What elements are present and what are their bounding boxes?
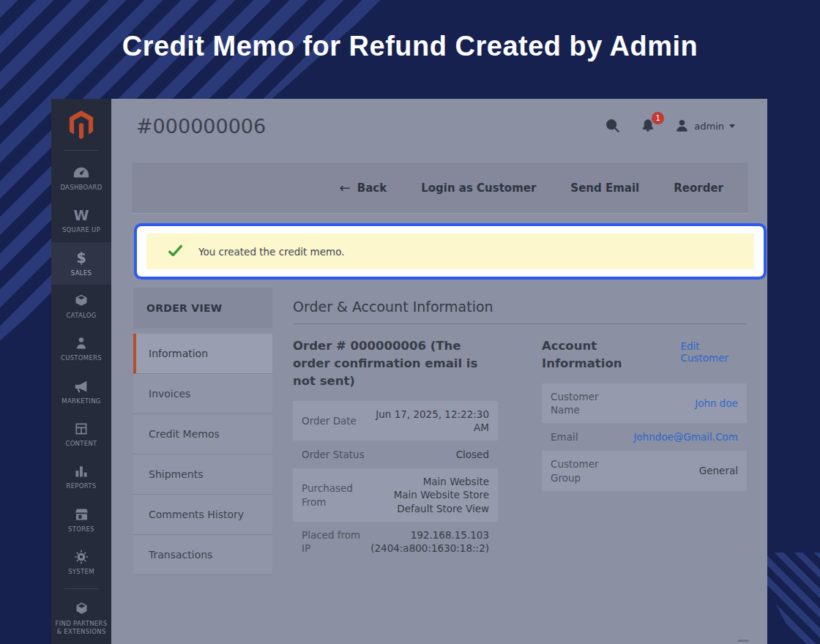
square-up-icon: W (74, 207, 89, 223)
customers-icon (75, 335, 88, 351)
arrow-left-icon: ← (340, 181, 351, 195)
login-as-customer-button[interactable]: Login as Customer (421, 181, 536, 195)
decor-stripes-bottom-right (767, 553, 820, 644)
row-label: Customer Name (551, 390, 616, 416)
marketing-icon (74, 378, 89, 394)
sidebar-item-system[interactable]: SYSTEM (51, 541, 111, 583)
chevron-down-icon (729, 124, 735, 128)
account-information-title: Account Information (542, 337, 673, 372)
sidebar-item-dashboard[interactable]: DASHBOARD (51, 157, 111, 199)
notification-badge: 1 (652, 112, 664, 124)
edit-customer-link[interactable]: Edit Customer (680, 340, 747, 364)
sidebar-item-square-up[interactable]: W SQUARE UP (51, 200, 111, 242)
sidebar-divider (64, 588, 98, 589)
tab-comments-history[interactable]: Comments History (133, 495, 272, 535)
tab-shipments[interactable]: Shipments (133, 454, 272, 495)
sidebar-item-label: MARKETING (61, 397, 100, 405)
row-value: 192.168.15.103 (2404:a800:1630:18::2) (368, 528, 489, 555)
header-actions: 1 admin (605, 118, 735, 134)
order-view-title: ORDER VIEW (133, 288, 272, 329)
table-row: Customer Name John doe (542, 383, 747, 423)
admin-content: #000000006 1 admin (111, 99, 767, 644)
order-view-panel: ORDER VIEW Information Invoices Credit M… (133, 288, 272, 575)
catalog-icon (74, 293, 89, 309)
sidebar-item-label: DASHBOARD (60, 184, 102, 192)
reports-icon (74, 463, 89, 479)
admin-user-name: admin (694, 121, 724, 132)
row-label: Placed from IP (302, 528, 368, 555)
sidebar-item-label: SQUARE UP (62, 226, 100, 234)
row-value: Closed (368, 448, 489, 461)
table-row: Purchased From Main Website Main Website… (293, 468, 498, 522)
sales-icon: $ (76, 250, 86, 266)
stores-icon (74, 506, 89, 523)
table-row: Placed from IP 192.168.15.103 (2404:a800… (293, 522, 498, 561)
user-avatar-icon (675, 119, 689, 133)
search-icon[interactable] (605, 118, 621, 134)
row-value: Jun 17, 2025, 12:22:30 AM (368, 408, 489, 434)
account-information-block: Account Information Edit Customer Custom… (542, 337, 747, 561)
page-background: Credit Memo for Refund Created by Admin … (0, 0, 820, 644)
sidebar-item-label: STORES (68, 525, 94, 533)
table-row: Order Status Closed (293, 441, 498, 468)
row-label: Order Status (302, 448, 368, 461)
row-label: Order Date (302, 414, 368, 427)
sidebar-item-customers[interactable]: CUSTOMERS (51, 328, 111, 370)
table-row: Customer Group General (542, 451, 747, 490)
customer-name-link[interactable]: John doe (616, 397, 738, 410)
order-information-title: Order # 000000006 (The order confirmatio… (293, 337, 498, 390)
send-email-button[interactable]: Send Email (570, 181, 639, 195)
sidebar-item-stores[interactable]: STORES (51, 498, 111, 541)
table-row: Order Date Jun 17, 2025, 12:22:30 AM (293, 401, 498, 441)
sidebar-item-label: CONTENT (65, 440, 97, 448)
dashboard-icon (73, 165, 89, 181)
tab-invoices[interactable]: Invoices (133, 374, 272, 414)
sidebar-item-reports[interactable]: REPORTS (51, 456, 111, 498)
reorder-button[interactable]: Reorder (674, 181, 723, 195)
sidebar-item-label: CATALOG (66, 312, 96, 320)
sidebar: DASHBOARD W SQUARE UP $ SALES CATALOG (51, 99, 111, 644)
row-value: General (616, 464, 738, 477)
section-divider (293, 323, 747, 324)
back-button-label: Back (357, 181, 387, 195)
order-view-tabs: Information Invoices Credit Memos Shipme… (133, 334, 272, 575)
success-message-highlight: You created the credit memo. (134, 223, 767, 280)
sidebar-item-marketing[interactable]: MARKETING (51, 370, 111, 413)
back-button[interactable]: ← Back (340, 181, 387, 195)
magento-logo-icon[interactable] (68, 108, 94, 141)
table-row: Email Johndoe@Gmail.Com (542, 423, 747, 451)
sidebar-item-content[interactable]: CONTENT (51, 413, 111, 455)
success-message: You created the credit memo. (146, 233, 754, 269)
success-check-icon (168, 244, 183, 259)
sidebar-item-label: CUSTOMERS (61, 354, 102, 362)
sidebar-item-find-partners[interactable]: FIND PARTNERS & EXTENSIONS (51, 594, 111, 644)
sidebar-item-catalog[interactable]: CATALOG (51, 285, 111, 327)
account-information-table: Customer Name John doe Email Johndoe@Gma… (542, 383, 747, 491)
tab-information[interactable]: Information (133, 334, 272, 374)
admin-user-menu[interactable]: admin (675, 119, 735, 133)
row-label: Purchased From (302, 482, 368, 508)
sidebar-item-label: FIND PARTNERS & EXTENSIONS (56, 620, 108, 637)
footer-dash (737, 640, 749, 642)
sidebar-item-label: REPORTS (66, 482, 96, 490)
order-information-block: Order # 000000006 (The order confirmatio… (293, 337, 498, 561)
tab-transactions[interactable]: Transactions (133, 535, 272, 575)
section-title: Order & Account Information (293, 299, 747, 315)
order-account-section: Order & Account Information Order # 0000… (293, 299, 747, 561)
customer-email-link[interactable]: Johndoe@Gmail.Com (616, 430, 738, 443)
page-title: Credit Memo for Refund Created by Admin (0, 31, 820, 62)
order-information-table: Order Date Jun 17, 2025, 12:22:30 AM Ord… (293, 401, 498, 562)
row-value: Main Website Main Website Store Default … (368, 475, 489, 515)
find-partners-icon (74, 601, 89, 617)
sidebar-item-label: SALES (71, 269, 92, 277)
tab-credit-memos[interactable]: Credit Memos (133, 414, 272, 454)
notifications-bell-icon[interactable]: 1 (641, 118, 655, 134)
row-label: Email (551, 430, 616, 443)
sidebar-item-sales[interactable]: $ SALES (51, 242, 111, 285)
content-icon (74, 421, 89, 437)
row-label: Customer Group (551, 457, 616, 484)
system-icon (74, 549, 89, 565)
sidebar-divider (64, 150, 98, 151)
admin-window: DASHBOARD W SQUARE UP $ SALES CATALOG (51, 99, 767, 644)
page-heading-order-id: #000000006 (136, 115, 266, 138)
